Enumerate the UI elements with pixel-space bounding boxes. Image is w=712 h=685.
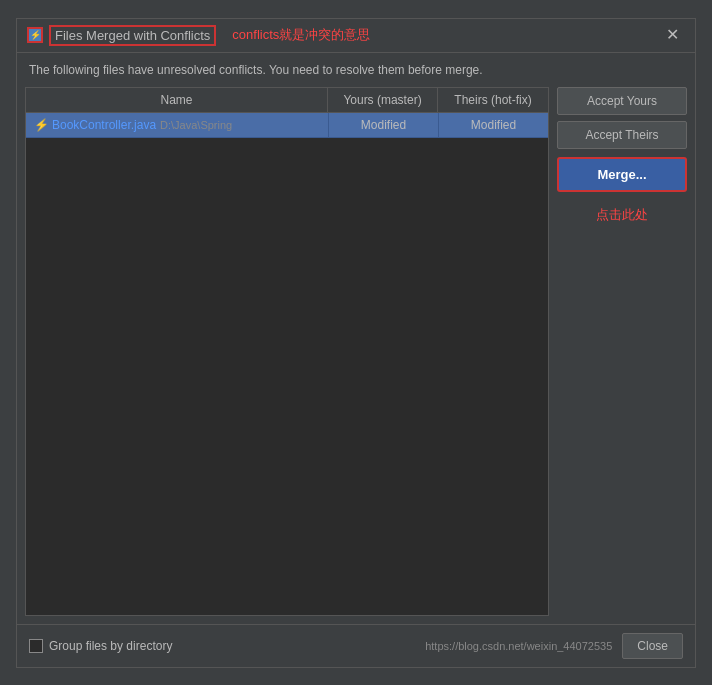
cell-theirs: Modified [438,113,548,137]
merge-button[interactable]: Merge... [557,157,687,192]
main-area: Name Yours (master) Theirs (hot-fix) ⚡ B… [17,87,695,624]
table-row[interactable]: ⚡ BookController.java D:\Java\Spring Mod… [26,113,548,138]
checkbox-group: Group files by directory [29,639,172,653]
group-by-directory-checkbox[interactable] [29,639,43,653]
title-close-button[interactable]: ✕ [660,25,685,45]
description-text: The following files have unresolved conf… [17,53,695,87]
merge-annotation: 点击此处 [557,206,687,224]
file-path: D:\Java\Spring [160,119,232,131]
column-theirs: Theirs (hot-fix) [438,88,548,112]
file-name: BookController.java [52,118,156,132]
file-table: Name Yours (master) Theirs (hot-fix) ⚡ B… [25,87,549,616]
title-bar-left: ⚡ Files Merged with Conflicts conflicts就… [27,25,370,46]
conflict-icon: ⚡ [34,118,48,132]
column-name: Name [26,88,328,112]
close-button[interactable]: Close [622,633,683,659]
watermark-text: https://blog.csdn.net/weixin_44072535 [425,640,612,652]
table-body: ⚡ BookController.java D:\Java\Spring Mod… [26,113,548,615]
cell-yours: Modified [328,113,438,137]
column-yours: Yours (master) [328,88,438,112]
table-header: Name Yours (master) Theirs (hot-fix) [26,88,548,113]
dialog-title: Files Merged with Conflicts [49,25,216,46]
footer-right: https://blog.csdn.net/weixin_44072535 Cl… [425,633,683,659]
accept-theirs-button[interactable]: Accept Theirs [557,121,687,149]
footer: Group files by directory https://blog.cs… [17,624,695,667]
cell-name: ⚡ BookController.java D:\Java\Spring [26,113,328,137]
dialog-icon: ⚡ [27,27,43,43]
buttons-panel: Accept Yours Accept Theirs Merge... 点击此处 [557,87,687,616]
title-bar: ⚡ Files Merged with Conflicts conflicts就… [17,19,695,53]
dialog-window: ⚡ Files Merged with Conflicts conflicts就… [16,18,696,668]
accept-yours-button[interactable]: Accept Yours [557,87,687,115]
title-annotation: conflicts就是冲突的意思 [232,26,370,44]
checkbox-label: Group files by directory [49,639,172,653]
